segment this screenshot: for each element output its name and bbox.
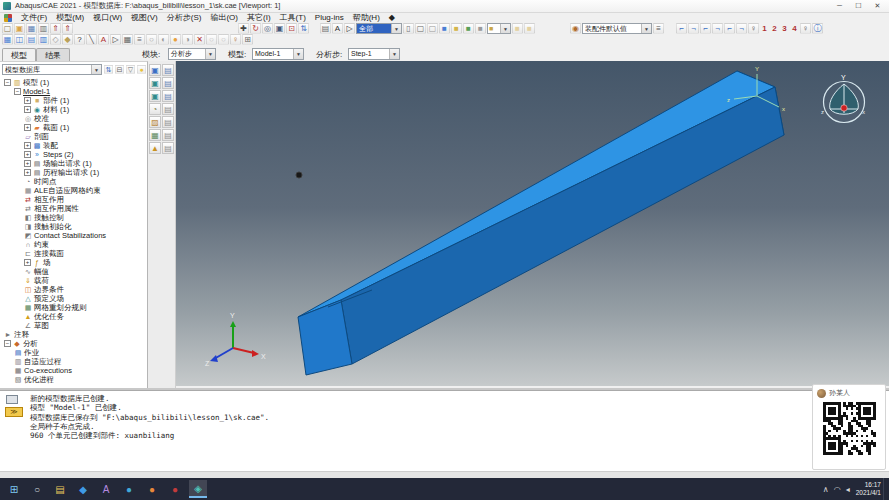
parallel-projection-icon[interactable]: ◇ [50, 34, 61, 45]
new-model-icon[interactable]: ▢ [2, 23, 13, 34]
viewport-1-button[interactable]: 1 [760, 24, 769, 33]
viewport-create-icon[interactable]: ▦ [2, 34, 13, 45]
color-code-icon[interactable]: ◉ [570, 23, 581, 34]
tray-expand-icon[interactable]: ∧ [823, 485, 829, 494]
tree-item-amplitudes[interactable]: ∿幅值 [0, 267, 148, 276]
expand-box-icon[interactable]: + [24, 160, 31, 167]
collapse-box-icon[interactable]: − [4, 79, 11, 86]
viewport-tile-vertical-icon[interactable]: ◫ [14, 34, 25, 45]
arrow-annotation-icon[interactable]: ▷ [110, 34, 121, 45]
history-output-manager-button[interactable]: ▤ [162, 90, 174, 102]
message-area-icon[interactable] [6, 395, 18, 404]
tree-item-model-1[interactable]: −Model-1 [0, 87, 148, 96]
create-time-points-button[interactable]: ◔ [149, 103, 161, 115]
adaptive-mesh-constraint-manager-button[interactable]: ▤ [162, 116, 174, 128]
magnify-view-icon[interactable]: ◎ [262, 23, 273, 34]
menu-item-0[interactable]: 文件(F) [21, 12, 47, 23]
tree-item-adaptivity-processes[interactable]: ▥自适应过程 [0, 357, 148, 366]
viewport-legend-icon[interactable]: ¬ [712, 23, 723, 34]
tree-item-calibrations[interactable]: ◎校准 [0, 114, 148, 123]
tree-item-loads[interactable]: ⇓载荷 [0, 276, 148, 285]
disabled-render-1-icon[interactable]: ○ [206, 34, 217, 45]
create-history-output-button[interactable]: ▣ [149, 90, 161, 102]
display-group-add-icon[interactable]: ■ [463, 23, 474, 34]
optimization-task-manager-button[interactable]: ▤ [162, 142, 174, 154]
viewport-triad-icon[interactable]: ⌐ [700, 23, 711, 34]
netease-music-icon[interactable]: ● [166, 480, 184, 498]
info-icon[interactable]: ⓘ [812, 23, 823, 34]
module-combo[interactable]: 分析步▼ [168, 48, 216, 60]
annotation-manager-icon[interactable]: A [332, 23, 343, 34]
measure-icon[interactable]: ╲ [86, 34, 97, 45]
table-icon[interactable]: ▦ [122, 34, 133, 45]
tree-item-contact-controls[interactable]: ◧接触控制 [0, 213, 148, 222]
expand-box-icon[interactable]: + [24, 151, 31, 158]
probe-person-icon[interactable]: ♀ [748, 23, 759, 34]
expand-box-icon[interactable]: + [24, 124, 31, 131]
expand-box-icon[interactable]: + [24, 259, 31, 266]
close-button[interactable]: ✕ [868, 0, 887, 11]
viewport-compass-icon[interactable]: ⌐ [724, 23, 735, 34]
menu-item-6[interactable]: 其它(I) [247, 12, 271, 23]
delete-icon[interactable]: ▯ [403, 23, 414, 34]
rotate-view-icon[interactable]: ↻ [250, 23, 261, 34]
menu-item-5[interactable]: 输出(O) [210, 12, 238, 23]
probe-person-2-icon[interactable]: ♀ [800, 23, 811, 34]
fit-view-icon[interactable]: ⊡ [286, 23, 297, 34]
expand-box-icon[interactable]: + [24, 97, 31, 104]
tree-collapse-icon[interactable]: ⊟ [115, 65, 124, 74]
cut-view-icon[interactable]: ■ [512, 23, 523, 34]
file-explorer-icon[interactable]: ▤ [51, 480, 69, 498]
viewport-2-button[interactable]: 2 [770, 24, 779, 33]
color-person-icon[interactable]: ♀ [230, 34, 241, 45]
viewport-cascade-icon[interactable]: ▥ [38, 34, 49, 45]
create-field-output-button[interactable]: ▣ [149, 77, 161, 89]
color-code-options-icon[interactable]: ≡ [653, 23, 664, 34]
tree-item-materials[interactable]: +◉材料 (1) [0, 105, 148, 114]
menu-item-8[interactable]: Plug-ins [315, 13, 344, 22]
list-icon[interactable]: ≡ [134, 34, 145, 45]
tree-item-assembly[interactable]: +▩装配 [0, 141, 148, 150]
menu-item-9[interactable]: 帮助(H) [353, 12, 380, 23]
notification-center-button[interactable] [883, 478, 889, 500]
remeshing-rule-manager-button[interactable]: ▤ [162, 129, 174, 141]
lightbulb-icon[interactable]: ● [137, 65, 146, 74]
select-cursor-icon[interactable]: ▷ [344, 23, 355, 34]
open-icon[interactable]: ▣ [14, 23, 25, 34]
menu-item-7[interactable]: 工具(T) [280, 12, 306, 23]
cut-cursor-icon[interactable]: ✕ [194, 34, 205, 45]
expand-box-icon[interactable]: + [24, 142, 31, 149]
context-help-icon[interactable]: ◆ [389, 13, 395, 22]
tree-root-combo[interactable]: 模型数据库▼ [2, 64, 102, 75]
upload-mdb-icon[interactable]: ⇑ [50, 23, 61, 34]
tree-item-ale-adaptive-mesh-constraints[interactable]: ▦ALE自适应网格约束 [0, 186, 148, 195]
network-icon[interactable]: ◠ [834, 485, 841, 494]
collapse-box-icon[interactable]: − [14, 88, 21, 95]
viewport-annotation-icon[interactable]: ¬ [736, 23, 747, 34]
tree-item-profiles[interactable]: ▱剖面 [0, 132, 148, 141]
viewport-state-icon[interactable]: ¬ [688, 23, 699, 34]
tree-item-optimization-processes[interactable]: ▧优化进程 [0, 375, 148, 384]
no-edges-render-icon[interactable]: ◑ [182, 34, 193, 45]
tree-item-model-db-root[interactable]: −▥模型 (1) [0, 78, 148, 87]
viewport-tile-horizontal-icon[interactable]: ▤ [26, 34, 37, 45]
model-combo[interactable]: Model-1▼ [252, 48, 304, 60]
tree-item-connector-sections[interactable]: ⊏连接截面 [0, 249, 148, 258]
viewport-3-button[interactable]: 3 [780, 24, 789, 33]
create-remeshing-rule-button[interactable]: ▦ [149, 129, 161, 141]
color-code-combo[interactable]: 装配件默认值▼ [582, 23, 652, 34]
volume-icon[interactable]: ◂ [846, 485, 850, 494]
tree-item-bcs[interactable]: ◫边界条件 [0, 285, 148, 294]
view-options-icon[interactable]: ▤ [320, 23, 331, 34]
step-combo[interactable]: Step-1▼ [348, 48, 400, 60]
tab-model[interactable]: 模型 [2, 48, 36, 61]
tree-sort-icon[interactable]: ⇅ [104, 65, 113, 74]
hidden-render-icon[interactable]: ◐ [158, 34, 169, 45]
start-button[interactable]: ⊞ [5, 480, 23, 498]
vscode-icon[interactable]: ◆ [74, 480, 92, 498]
print-icon[interactable]: ▥ [38, 23, 49, 34]
query-icon[interactable]: ? [74, 34, 85, 45]
tree-item-fields[interactable]: +ƒ场 [0, 258, 148, 267]
run-script-icon[interactable]: ⇑ [62, 23, 73, 34]
selection-filter-combo[interactable]: 全部▼ [356, 23, 402, 34]
